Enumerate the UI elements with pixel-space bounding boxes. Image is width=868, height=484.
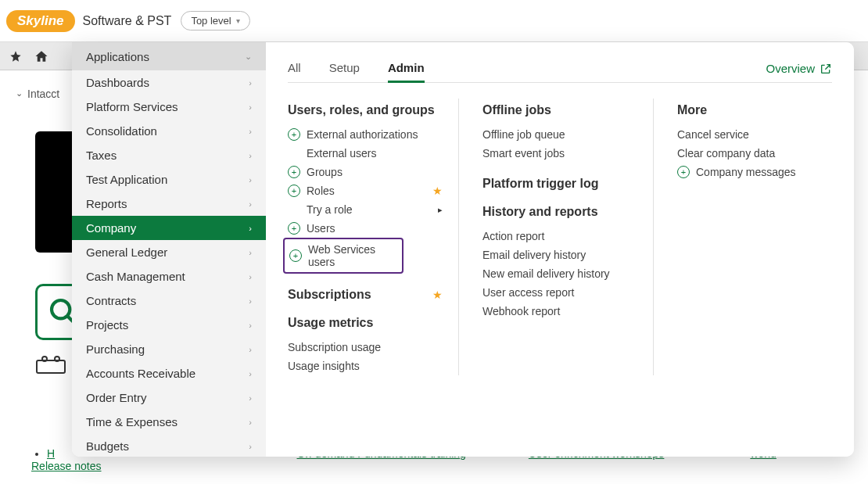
chevron-right-icon: › bbox=[249, 78, 252, 88]
id-badge-icon bbox=[35, 356, 66, 375]
chevron-right-icon: › bbox=[249, 102, 252, 112]
chevron-right-icon: › bbox=[249, 345, 252, 354]
star-icon: ★ bbox=[432, 289, 443, 301]
mega-left-item-time-expenses[interactable]: Time & Expenses› bbox=[72, 410, 266, 434]
top-level-dropdown[interactable]: Top level ▾ bbox=[181, 11, 249, 30]
intacct-label: Intacct bbox=[27, 88, 59, 100]
chevron-right-icon: ▸ bbox=[438, 205, 443, 215]
overview-link[interactable]: Overview bbox=[766, 62, 832, 75]
mega-left-item-general-ledger[interactable]: General Ledger› bbox=[72, 240, 266, 264]
chevron-right-icon: › bbox=[249, 248, 252, 257]
chevron-down-icon: ⌄ bbox=[16, 88, 23, 99]
link-h[interactable]: H bbox=[47, 447, 55, 460]
mega-col-1: Users, roles, and groups +External autho… bbox=[288, 99, 459, 375]
mega-left-item-company[interactable]: Company› bbox=[72, 216, 266, 240]
mega-left-item-label: Taxes bbox=[86, 149, 117, 162]
add-icon[interactable]: + bbox=[288, 185, 300, 197]
menu-link-label: Groups bbox=[307, 166, 343, 178]
chevron-down-icon: ⌄ bbox=[245, 52, 252, 62]
menu-link-label: Roles bbox=[307, 185, 335, 197]
add-icon[interactable]: + bbox=[289, 249, 302, 262]
menu-link-label: Users bbox=[307, 222, 335, 235]
chevron-right-icon: › bbox=[249, 151, 252, 160]
subscriptions-label: Subscriptions bbox=[288, 288, 371, 302]
menu-link-clear-company-data[interactable]: Clear company data bbox=[677, 144, 832, 163]
tab-all[interactable]: All bbox=[288, 55, 301, 83]
mega-left-item-cash-management[interactable]: Cash Management› bbox=[72, 264, 266, 289]
menu-link-label: Try a role bbox=[307, 203, 353, 216]
add-icon[interactable]: + bbox=[288, 128, 300, 141]
menu-link-try-a-role[interactable]: Try a role▸ bbox=[288, 200, 443, 219]
menu-link-groups[interactable]: +Groups bbox=[288, 163, 443, 181]
menu-link-action-report[interactable]: Action report bbox=[482, 227, 637, 246]
menu-link-company-messages[interactable]: +Company messages bbox=[677, 163, 832, 181]
add-icon[interactable]: + bbox=[677, 166, 690, 178]
chevron-right-icon: › bbox=[249, 199, 252, 209]
logo: Skyline bbox=[6, 10, 75, 32]
menu-link-external-authorizations[interactable]: +External authorizations bbox=[288, 125, 443, 144]
top-level-label: Top level bbox=[191, 15, 231, 27]
mega-left-item-order-entry[interactable]: Order Entry› bbox=[72, 385, 266, 410]
menu-link-label: Cancel service bbox=[677, 128, 749, 141]
menu-link-external-users[interactable]: External users bbox=[288, 144, 443, 163]
chevron-right-icon: › bbox=[249, 418, 252, 427]
mega-menu: Dashboards›Platform Services›Consolidati… bbox=[72, 42, 854, 457]
mega-left-item-platform-services[interactable]: Platform Services› bbox=[72, 95, 266, 119]
chevron-right-icon: › bbox=[249, 321, 252, 330]
link-release-notes[interactable]: Release notes bbox=[31, 460, 102, 472]
tab-row: All Setup Admin Overview bbox=[288, 55, 832, 83]
tab-setup[interactable]: Setup bbox=[329, 55, 360, 83]
menu-link-offline-job-queue[interactable]: Offline job queue bbox=[482, 125, 637, 144]
menu-link-user-access-report[interactable]: User access report bbox=[482, 283, 637, 302]
section-offline-jobs: Offline jobs bbox=[482, 103, 637, 117]
mega-left-item-purchasing[interactable]: Purchasing› bbox=[72, 337, 266, 361]
overview-label: Overview bbox=[766, 62, 815, 75]
menu-link-users[interactable]: +Users bbox=[288, 219, 443, 238]
mega-left-item-label: General Ledger bbox=[86, 246, 167, 259]
mega-left-item-reports[interactable]: Reports› bbox=[72, 192, 266, 216]
chevron-right-icon: › bbox=[249, 272, 252, 281]
mega-left-item-test-application[interactable]: Test Application› bbox=[72, 167, 266, 192]
intacct-collapse-toggle[interactable]: ⌄ Intacct bbox=[16, 88, 59, 100]
menu-link-cancel-service[interactable]: Cancel service bbox=[677, 125, 832, 144]
mega-left-item-label: Purchasing bbox=[86, 342, 145, 356]
mega-left-item-label: Budgets bbox=[86, 439, 129, 453]
mega-left-item-label: Dashboards bbox=[86, 76, 149, 89]
mega-left-item-budgets[interactable]: Budgets› bbox=[72, 434, 266, 457]
mega-left-item-label: Test Application bbox=[86, 173, 167, 186]
chevron-right-icon: › bbox=[249, 393, 252, 403]
section-subscriptions[interactable]: Subscriptions ★ bbox=[288, 288, 443, 302]
mega-left-item-dashboards[interactable]: Dashboards› bbox=[72, 70, 266, 95]
mega-col-3: More Cancel serviceClear company data+Co… bbox=[677, 99, 832, 375]
menu-link-web-services-users[interactable]: +Web Services users bbox=[283, 238, 404, 274]
tab-admin[interactable]: Admin bbox=[388, 55, 425, 83]
mega-left-item-accounts-receivable[interactable]: Accounts Receivable› bbox=[72, 361, 266, 385]
applications-menu-trigger[interactable]: Applications ⌄ bbox=[72, 42, 266, 70]
section-platform-trigger-log[interactable]: Platform trigger log bbox=[482, 177, 637, 191]
mega-left-item-label: Contracts bbox=[86, 294, 136, 307]
mega-left-item-contracts[interactable]: Contracts› bbox=[72, 289, 266, 313]
add-icon[interactable]: + bbox=[288, 222, 300, 235]
menu-link-usage-insights[interactable]: Usage insights bbox=[288, 357, 443, 375]
mega-left-item-label: Reports bbox=[86, 197, 127, 210]
mega-left-item-taxes[interactable]: Taxes› bbox=[72, 143, 266, 167]
header-title: Software & PST bbox=[83, 14, 172, 28]
menu-link-new-email-delivery-history[interactable]: New email delivery history bbox=[482, 264, 637, 283]
section-users-roles-groups: Users, roles, and groups bbox=[288, 103, 443, 117]
add-icon[interactable]: + bbox=[288, 166, 300, 178]
mega-left-item-label: Cash Management bbox=[86, 270, 185, 283]
svg-point-3 bbox=[42, 357, 47, 361]
chevron-right-icon: › bbox=[249, 369, 252, 378]
favorite-icon[interactable] bbox=[9, 49, 22, 63]
home-icon[interactable] bbox=[34, 48, 48, 63]
menu-link-webhook-report[interactable]: Webhook report bbox=[482, 302, 637, 321]
menu-link-smart-event-jobs[interactable]: Smart event jobs bbox=[482, 144, 637, 163]
menu-link-roles[interactable]: +Roles★ bbox=[288, 181, 443, 200]
section-more: More bbox=[677, 103, 832, 117]
menu-link-email-delivery-history[interactable]: Email delivery history bbox=[482, 246, 637, 264]
mega-left-item-consolidation[interactable]: Consolidation› bbox=[72, 119, 266, 143]
menu-link-label: External authorizations bbox=[307, 128, 418, 141]
mega-left-item-projects[interactable]: Projects› bbox=[72, 313, 266, 337]
menu-link-subscription-usage[interactable]: Subscription usage bbox=[288, 338, 443, 357]
svg-point-0 bbox=[52, 300, 70, 318]
